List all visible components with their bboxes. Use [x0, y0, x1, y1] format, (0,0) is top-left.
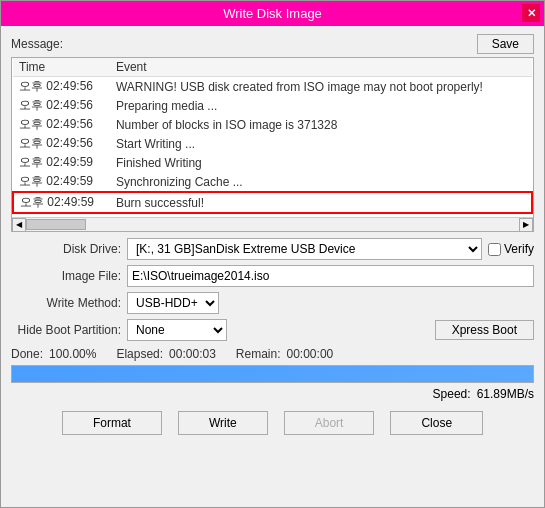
speed-value: 61.89MB/s	[477, 387, 534, 401]
done-item: Done: 100.00%	[11, 347, 96, 361]
log-time: 오후 02:49:59	[13, 172, 110, 192]
log-time: 오후 02:49:59	[13, 153, 110, 172]
speed-label: Speed:	[433, 387, 471, 401]
progress-bar-fill	[12, 366, 533, 382]
log-container: Time Event 오후 02:49:56WARNING! USB disk …	[11, 57, 534, 232]
done-value: 100.00%	[49, 347, 96, 361]
window-title: Write Disk Image	[223, 6, 322, 21]
log-event: Start Writing ...	[110, 134, 532, 153]
hide-boot-select[interactable]: None One Two	[127, 319, 227, 341]
scroll-left-btn[interactable]: ◀	[12, 218, 26, 232]
progress-info-row: Done: 100.00% Elapsed: 00:00:03 Remain: …	[11, 347, 534, 361]
disk-drive-select[interactable]: [K:, 31 GB]SanDisk Extreme USB Device	[127, 238, 482, 260]
log-row: 오후 02:49:56WARNING! USB disk created fro…	[13, 77, 532, 97]
image-file-label: Image File:	[11, 269, 121, 283]
abort-button[interactable]: Abort	[284, 411, 375, 435]
window: Write Disk Image ✕ Message: Save Time Ev…	[0, 0, 545, 508]
progress-bar-container	[11, 365, 534, 383]
remain-value: 00:00:00	[287, 347, 334, 361]
log-event: Burn successful!	[110, 192, 532, 213]
save-button[interactable]: Save	[477, 34, 534, 54]
message-section: Message: Save Time Event 오후 02:49:56WARN…	[11, 34, 534, 232]
log-event: Preparing media ...	[110, 96, 532, 115]
close-button[interactable]: Close	[390, 411, 483, 435]
write-method-label: Write Method:	[11, 296, 121, 310]
title-bar: Write Disk Image ✕	[1, 1, 544, 26]
xpress-boot-button[interactable]: Xpress Boot	[435, 320, 534, 340]
elapsed-value: 00:00:03	[169, 347, 216, 361]
col-event: Event	[110, 58, 532, 77]
verify-checkbox[interactable]	[488, 243, 501, 256]
log-table: Time Event 오후 02:49:56WARNING! USB disk …	[12, 58, 533, 214]
content-area: Message: Save Time Event 오후 02:49:56WARN…	[1, 26, 544, 507]
verify-checkbox-wrapper: Verify	[488, 242, 534, 256]
verify-label: Verify	[504, 242, 534, 256]
hide-boot-label: Hide Boot Partition:	[11, 323, 121, 337]
log-time: 오후 02:49:56	[13, 96, 110, 115]
disk-drive-row: Disk Drive: [K:, 31 GB]SanDisk Extreme U…	[11, 238, 534, 260]
log-row: 오후 02:49:59Burn successful!	[13, 192, 532, 213]
log-time: 오후 02:49:56	[13, 115, 110, 134]
write-button[interactable]: Write	[178, 411, 268, 435]
log-time: 오후 02:49:56	[13, 77, 110, 97]
log-row: 오후 02:49:56Number of blocks in ISO image…	[13, 115, 532, 134]
log-row: 오후 02:49:59Finished Writing	[13, 153, 532, 172]
form-section: Disk Drive: [K:, 31 GB]SanDisk Extreme U…	[11, 238, 534, 341]
horizontal-scrollbar[interactable]: ◀ ▶	[12, 217, 533, 231]
remain-item: Remain: 00:00:00	[236, 347, 333, 361]
log-header-row: Time Event	[13, 58, 532, 77]
image-file-row: Image File:	[11, 265, 534, 287]
elapsed-item: Elapsed: 00:00:03	[116, 347, 215, 361]
format-button[interactable]: Format	[62, 411, 162, 435]
scroll-thumb	[26, 219, 86, 230]
log-time: 오후 02:49:56	[13, 134, 110, 153]
done-label: Done:	[11, 347, 43, 361]
log-event: WARNING! USB disk created from ISO image…	[110, 77, 532, 97]
log-event: Finished Writing	[110, 153, 532, 172]
message-label: Message:	[11, 37, 63, 51]
progress-section: Done: 100.00% Elapsed: 00:00:03 Remain: …	[11, 347, 534, 401]
remain-label: Remain:	[236, 347, 281, 361]
close-window-button[interactable]: ✕	[522, 4, 540, 22]
log-event: Synchronizing Cache ...	[110, 172, 532, 192]
scroll-right-btn[interactable]: ▶	[519, 218, 533, 232]
disk-drive-label: Disk Drive:	[11, 242, 121, 256]
message-header: Message: Save	[11, 34, 534, 54]
speed-row: Speed: 61.89MB/s	[11, 387, 534, 401]
write-method-row: Write Method: USB-HDD+ USB-ZIP+ USB-FDD	[11, 292, 534, 314]
scroll-track[interactable]	[26, 218, 519, 231]
action-buttons: Format Write Abort Close	[11, 407, 534, 441]
write-method-select[interactable]: USB-HDD+ USB-ZIP+ USB-FDD	[127, 292, 219, 314]
log-time: 오후 02:49:59	[13, 192, 110, 213]
col-time: Time	[13, 58, 110, 77]
log-row: 오후 02:49:56Preparing media ...	[13, 96, 532, 115]
hide-boot-row: Hide Boot Partition: None One Two Xpress…	[11, 319, 534, 341]
log-row: 오후 02:49:59Synchronizing Cache ...	[13, 172, 532, 192]
elapsed-label: Elapsed:	[116, 347, 163, 361]
log-event: Number of blocks in ISO image is 371328	[110, 115, 532, 134]
log-row: 오후 02:49:56Start Writing ...	[13, 134, 532, 153]
image-file-input[interactable]	[127, 265, 534, 287]
log-table-wrapper[interactable]: Time Event 오후 02:49:56WARNING! USB disk …	[12, 58, 533, 217]
